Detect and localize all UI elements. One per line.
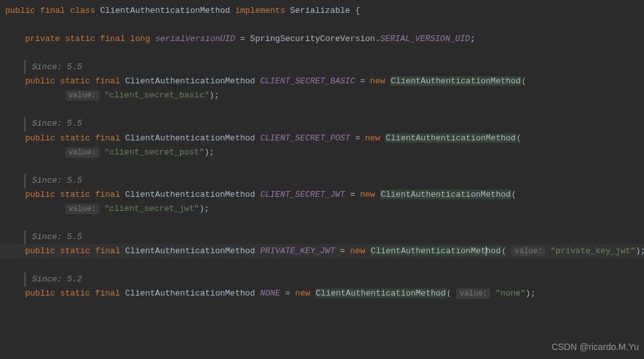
equals: = <box>350 133 365 143</box>
qualifier: SpringSecurityCoreVersion <box>250 34 375 44</box>
keyword-new: new <box>370 76 385 86</box>
string-literal: "client_secret_jwt" <box>104 204 199 213</box>
blank-line <box>0 258 644 272</box>
javadoc-since: Since: 5.5 <box>32 176 82 185</box>
param-hint: value: <box>456 288 490 299</box>
code-line[interactable]: private static final long serialVersionU… <box>0 32 644 46</box>
watermark-text: CSDN @ricardo.M.Yu <box>552 340 639 355</box>
javadoc-since: Since: 5.2 <box>32 274 82 284</box>
keyword-public: public <box>5 6 35 15</box>
javadoc-block: Since: 5.5 <box>24 174 644 188</box>
keyword-public: public <box>25 133 55 143</box>
keyword-static: static <box>60 288 90 298</box>
keyword-implements: implements <box>235 6 285 15</box>
javadoc-since: Since: 5.5 <box>32 119 82 128</box>
close-semi: ); <box>204 147 215 157</box>
field-serialVersionUID: serialVersionUID <box>155 34 235 44</box>
constructor-call: ClientAuthenticationMethod <box>370 246 502 256</box>
equals: = <box>235 34 250 44</box>
code-line[interactable]: public static final ClientAuthentication… <box>0 188 644 202</box>
code-line[interactable]: value: "client_secret_post"); <box>0 146 644 160</box>
string-literal: "client_secret_post" <box>104 147 204 157</box>
keyword-class: class <box>70 6 95 15</box>
field-name: CLIENT_SECRET_POST <box>260 133 350 143</box>
javadoc-block: Since: 5.5 <box>24 117 644 131</box>
type-ref: ClientAuthenticationMethod <box>125 76 255 86</box>
class-name: ClientAuthenticationMethod <box>100 6 230 15</box>
keyword-static: static <box>60 133 90 143</box>
blank-line <box>0 18 644 32</box>
paren-open: ( <box>447 288 452 298</box>
constructor-call: ClientAuthenticationMethod <box>390 76 522 86</box>
paren-open: ( <box>516 133 522 143</box>
code-line[interactable]: public final class ClientAuthenticationM… <box>0 4 644 18</box>
keyword-final: final <box>95 76 120 86</box>
code-line[interactable]: value: "client_secret_basic"); <box>0 88 644 103</box>
text-caret <box>486 246 486 256</box>
keyword-final: final <box>100 34 125 44</box>
type-ref: ClientAuthenticationMethod <box>125 246 255 256</box>
javadoc-since: Since: 5.5 <box>32 232 82 242</box>
code-line[interactable]: value: "client_secret_jwt"); <box>0 202 644 216</box>
code-line-active[interactable]: public static final ClientAuthentication… <box>0 244 644 258</box>
field-name: CLIENT_SECRET_BASIC <box>260 76 355 86</box>
equals: = <box>280 288 295 298</box>
keyword-final: final <box>95 246 120 256</box>
field-name: CLIENT_SECRET_JWT <box>260 190 345 199</box>
close-semi: ); <box>636 246 644 256</box>
keyword-static: static <box>60 190 90 199</box>
keyword-public: public <box>25 76 55 86</box>
keyword-final: final <box>95 190 120 199</box>
code-line[interactable]: public static final ClientAuthentication… <box>0 74 644 88</box>
type-ref: ClientAuthenticationMethod <box>125 190 255 199</box>
constructor-call: ClientAuthenticationMethod <box>380 190 511 199</box>
field-name: PRIVATE_KEY_JWT <box>260 246 335 256</box>
javadoc-block: Since: 5.5 <box>24 60 644 74</box>
string-literal: "client_secret_basic" <box>104 90 210 100</box>
blank-line <box>0 46 644 60</box>
equals: = <box>345 190 360 199</box>
keyword-static: static <box>60 246 90 256</box>
code-line[interactable]: public static final ClientAuthentication… <box>0 131 644 146</box>
param-hint: value: <box>65 90 99 101</box>
javadoc-since: Since: 5.5 <box>32 62 82 72</box>
blank-line <box>0 216 644 230</box>
string-literal: "private_key_jwt" <box>550 246 636 256</box>
close-semi: ); <box>199 204 210 213</box>
type-ref: ClientAuthenticationMethod <box>125 133 255 143</box>
keyword-new: new <box>365 133 380 143</box>
close-semi: ); <box>209 90 219 100</box>
blank-line <box>0 103 644 117</box>
equals: = <box>355 76 370 86</box>
param-hint: value: <box>65 204 99 214</box>
keyword-long: long <box>130 34 150 44</box>
constructor-call: ClientAuthenticationMethod <box>315 288 447 298</box>
keyword-public: public <box>25 246 55 256</box>
equals: = <box>335 246 350 256</box>
keyword-public: public <box>25 288 55 298</box>
keyword-static: static <box>65 34 95 44</box>
javadoc-block: Since: 5.2 <box>24 272 644 287</box>
code-line[interactable]: public static final ClientAuthentication… <box>0 287 644 301</box>
interface-name: Serializable <box>290 6 351 15</box>
keyword-new: new <box>350 246 365 256</box>
keyword-new: new <box>360 190 375 199</box>
constructor-call: ClientAuthenticationMethod <box>385 133 516 143</box>
paren-open: ( <box>501 246 506 256</box>
javadoc-block: Since: 5.5 <box>24 230 644 244</box>
close-semi: ); <box>525 288 536 298</box>
keyword-new: new <box>295 288 310 298</box>
keyword-final: final <box>40 6 65 15</box>
keyword-static: static <box>60 76 90 86</box>
keyword-private: private <box>25 34 60 44</box>
keyword-final: final <box>95 288 120 298</box>
const-ref: SERIAL_VERSION_UID <box>380 34 470 44</box>
paren-open: ( <box>522 76 527 86</box>
param-hint: value: <box>65 147 99 158</box>
keyword-final: final <box>95 133 120 143</box>
blank-line <box>0 160 644 174</box>
brace-open: { <box>350 6 360 15</box>
string-literal: "none" <box>495 288 525 298</box>
type-ref: ClientAuthenticationMethod <box>125 288 255 298</box>
paren-open: ( <box>511 190 516 199</box>
